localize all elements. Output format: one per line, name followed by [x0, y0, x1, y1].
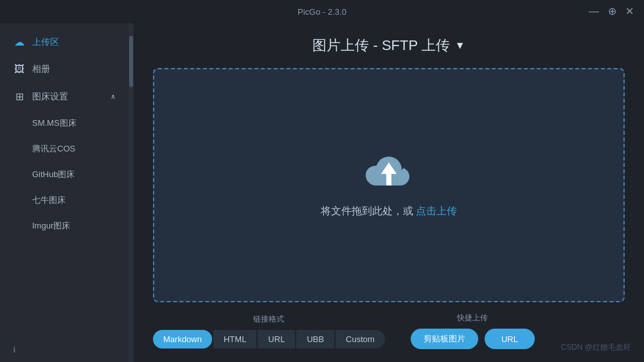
sidebar-sub-qiniu-label: 七牛图床 [32, 194, 66, 206]
bottom-bar: 链接格式 Markdown HTML URL UBB Custom 快捷上传 剪… [153, 313, 625, 349]
format-btn-html[interactable]: HTML [213, 330, 256, 349]
sidebar-item-upload-label: 上传区 [32, 37, 59, 48]
minimize-button[interactable]: — [589, 6, 599, 17]
main-layout: ☁ 上传区 🖼 相册 ⊞ 图床设置 ∧ SM.MS图床 腾讯云COS GitHu… [0, 23, 644, 362]
sidebar-sub-imgur-label: Imgur图床 [32, 220, 70, 232]
upload-text: 将文件拖到此处，或 点击上传 [321, 205, 457, 218]
format-btn-custom[interactable]: Custom [335, 330, 385, 349]
page-header: 图片上传 - SFTP 上传 ▼ [153, 36, 625, 55]
sidebar-item-imgur[interactable]: Imgur图床 [0, 213, 129, 239]
cloud-upload-icon [363, 152, 415, 193]
sidebar-item-github[interactable]: GitHub图床 [0, 162, 129, 187]
sidebar: ☁ 上传区 🖼 相册 ⊞ 图床设置 ∧ SM.MS图床 腾讯云COS GitHu… [0, 23, 129, 362]
watermark: CSDN @红糖毛血旺 [560, 342, 631, 353]
quick-url-button[interactable]: URL [485, 329, 535, 349]
quick-upload-section: 快捷上传 剪贴板图片 URL [411, 313, 535, 349]
sidebar-scrollbar-thumb [129, 36, 133, 87]
sidebar-item-album[interactable]: 🖼 相册 [0, 56, 129, 83]
sidebar-sub-tencent-label: 腾讯云COS [32, 143, 75, 155]
sidebar-item-album-label: 相册 [32, 64, 50, 75]
info-icon: ℹ [13, 345, 16, 354]
quick-clipboard-button[interactable]: 剪贴板图片 [411, 329, 478, 349]
upload-icon: ☁ [13, 36, 26, 48]
maximize-button[interactable]: ⊕ [608, 6, 616, 17]
page-title: 图片上传 - SFTP 上传 [312, 36, 450, 55]
upload-text-static: 将文件拖到此处，或 [321, 205, 413, 216]
chevron-up-icon: ∧ [111, 92, 116, 101]
sidebar-item-picbed[interactable]: ⊞ 图床设置 ∧ [0, 83, 129, 110]
titlebar: PicGo - 2.3.0 — ⊕ ✕ [0, 0, 644, 23]
sidebar-sub-github-label: GitHub图床 [32, 169, 75, 180]
picbed-icon: ⊞ [13, 90, 26, 103]
link-format-label: 链接格式 [253, 314, 284, 325]
content-area: 图片上传 - SFTP 上传 ▼ 将文件拖到此处，或 点击上传 链接格式 Mar… [134, 23, 644, 362]
upload-click-link[interactable]: 点击上传 [416, 205, 457, 216]
sidebar-sub-smms-label: SM.MS图床 [32, 117, 76, 129]
app-title: PicGo - 2.3.0 [298, 7, 346, 17]
format-btn-markdown[interactable]: Markdown [153, 330, 212, 349]
quick-upload-buttons: 剪贴板图片 URL [411, 329, 535, 349]
sidebar-scrollbar[interactable] [129, 23, 134, 362]
link-format-buttons: Markdown HTML URL UBB Custom [153, 330, 385, 349]
sidebar-info: ℹ [0, 338, 129, 362]
format-btn-url[interactable]: URL [258, 330, 295, 349]
album-icon: 🖼 [13, 64, 26, 75]
sidebar-item-upload[interactable]: ☁ 上传区 [0, 28, 129, 56]
upload-dropzone[interactable]: 将文件拖到此处，或 点击上传 [153, 68, 625, 302]
sidebar-item-tencent[interactable]: 腾讯云COS [0, 136, 129, 162]
sidebar-item-smms[interactable]: SM.MS图床 [0, 110, 129, 136]
link-format-section: 链接格式 Markdown HTML URL UBB Custom [153, 314, 385, 349]
sidebar-item-picbed-label: 图床设置 [32, 91, 68, 103]
page-title-dropdown-icon[interactable]: ▼ [455, 40, 465, 51]
sidebar-item-qiniu[interactable]: 七牛图床 [0, 187, 129, 213]
format-btn-ubb[interactable]: UBB [296, 330, 334, 349]
quick-upload-label: 快捷上传 [457, 313, 488, 323]
close-button[interactable]: ✕ [625, 6, 634, 17]
window-controls: — ⊕ ✕ [589, 6, 634, 17]
